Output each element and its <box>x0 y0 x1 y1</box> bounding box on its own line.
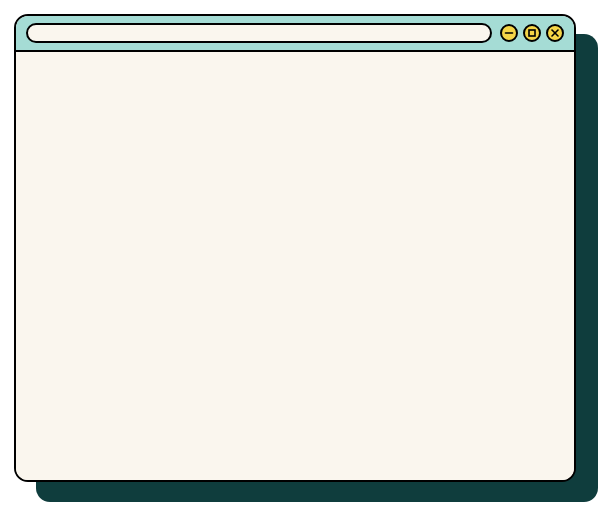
browser-window <box>14 14 576 482</box>
close-icon <box>550 28 560 38</box>
minimize-button[interactable] <box>500 24 518 42</box>
maximize-icon <box>527 28 537 38</box>
window-titlebar <box>16 16 574 52</box>
close-button[interactable] <box>546 24 564 42</box>
svg-rect-1 <box>529 30 535 36</box>
url-bar[interactable] <box>26 23 492 43</box>
maximize-button[interactable] <box>523 24 541 42</box>
content-area <box>16 52 574 480</box>
minimize-icon <box>504 28 514 38</box>
window-controls <box>500 24 564 42</box>
